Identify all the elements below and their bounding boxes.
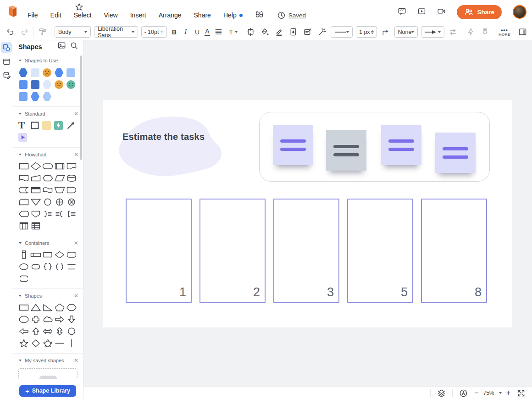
ellipse-container-shape-icon[interactable] — [18, 262, 30, 271]
shape-data-icon[interactable] — [302, 26, 313, 38]
rail-data-tab[interactable] — [1, 70, 12, 81]
right-triangle-shape-icon[interactable] — [42, 303, 54, 312]
estimate-card-8[interactable]: 8 — [421, 199, 487, 303]
fullscreen-icon[interactable] — [517, 389, 526, 398]
sticky-note[interactable] — [381, 125, 421, 165]
sticky-note[interactable] — [273, 125, 313, 165]
bold-button[interactable]: B — [170, 28, 178, 36]
canvas-title-text[interactable]: Estimate the tasks — [122, 132, 205, 142]
rail-shapes-tab[interactable] — [1, 42, 12, 53]
estimate-card-1[interactable]: 1 — [126, 199, 192, 303]
font-family-dropdown[interactable]: Liberation Sans — [94, 26, 138, 38]
shape-in-use-emoji-neutral[interactable] — [55, 80, 63, 89]
diamond-shape-icon[interactable] — [30, 338, 42, 348]
collapse-triangle-icon[interactable] — [19, 60, 22, 61]
redo-button[interactable] — [19, 26, 30, 38]
paper-tape-shape-icon[interactable] — [42, 185, 54, 194]
rounded-rectangle-shape-icon[interactable] — [30, 262, 42, 271]
estimate-card-3[interactable]: 3 — [273, 199, 339, 303]
database-shape-icon[interactable] — [66, 173, 78, 183]
horizontal-line-shape-icon[interactable] — [54, 338, 66, 348]
process-shape-icon[interactable] — [18, 161, 30, 171]
shape-in-use-square[interactable] — [19, 92, 28, 101]
polygon-shape-icon[interactable] — [42, 338, 54, 348]
internal-storage-shape-icon[interactable] — [30, 185, 42, 194]
lightning-bolt-shape-icon[interactable] — [54, 121, 66, 130]
display-shape-icon[interactable] — [18, 209, 30, 218]
star-shape-icon[interactable] — [18, 338, 30, 348]
manual-operation-shape-icon[interactable] — [54, 185, 66, 194]
shape-in-use-hexagon[interactable] — [43, 92, 51, 101]
rounded-rectangle-container-shape-icon[interactable] — [66, 250, 78, 259]
manual-input-shape-icon[interactable] — [30, 173, 42, 183]
cross-shape-icon[interactable] — [30, 315, 42, 324]
comments-icon[interactable] — [398, 7, 406, 17]
fill-color-icon[interactable] — [260, 26, 271, 38]
shape-in-use-hexagon[interactable] — [55, 68, 63, 77]
shapes-panel-scroll-area[interactable]: Shapes In Use — [13, 54, 83, 382]
collapse-triangle-icon[interactable] — [19, 113, 22, 115]
saved-shapes-dropzone[interactable] — [18, 368, 78, 379]
preparation-shape-icon[interactable] — [42, 173, 54, 183]
stored-data-shape-icon[interactable] — [18, 185, 30, 194]
annotation-right-brace-shape-icon[interactable] — [42, 209, 54, 218]
play-button-shape-icon[interactable] — [18, 133, 30, 142]
terminator-shape-icon[interactable] — [42, 161, 54, 171]
arrow-shape-icon[interactable] — [66, 121, 78, 130]
close-section-icon[interactable]: ✕ — [74, 240, 78, 246]
font-size-decrease[interactable]: - — [144, 29, 146, 35]
off-page-connector-shape-icon[interactable] — [30, 209, 42, 218]
diamond-container-shape-icon[interactable] — [54, 250, 66, 259]
merge-shape-icon[interactable] — [30, 197, 42, 206]
collapse-triangle-icon[interactable] — [19, 154, 22, 155]
rectangle-container-shape-icon[interactable] — [42, 250, 54, 259]
menu-view[interactable]: View — [104, 11, 118, 19]
delay-shape-icon[interactable] — [66, 185, 78, 194]
panel-scrollbar[interactable] — [80, 55, 82, 160]
magnetize-icon[interactable] — [480, 26, 491, 38]
estimate-card-5[interactable]: 5 — [347, 199, 413, 303]
arrow-up-shape-icon[interactable] — [30, 327, 42, 336]
search-icon[interactable] — [70, 41, 78, 52]
video-camera-icon[interactable] — [437, 7, 446, 17]
line-width-stepper[interactable]: 1 px — [356, 26, 377, 38]
flipped-document-shape-icon[interactable] — [18, 173, 30, 183]
find-shapes-binoculars-icon[interactable] — [255, 10, 265, 20]
magic-wand-icon[interactable] — [316, 26, 327, 38]
rectangle-shape-icon[interactable] — [18, 303, 30, 312]
sticky-note[interactable] — [435, 133, 476, 173]
line-color-icon[interactable] — [274, 26, 285, 38]
collapse-triangle-icon[interactable] — [19, 242, 22, 244]
italic-button[interactable]: I — [182, 28, 190, 36]
more-tools-button[interactable]: •••MORE — [499, 28, 510, 37]
swap-endpoints-icon[interactable] — [448, 26, 459, 38]
estimate-card-2[interactable]: 2 — [200, 199, 266, 303]
menu-help[interactable]: Help — [223, 11, 243, 19]
data-shape-icon[interactable] — [54, 173, 66, 183]
menu-file[interactable]: File — [28, 11, 38, 19]
or-shape-icon[interactable] — [54, 197, 66, 206]
connector-shape-icon[interactable] — [42, 197, 54, 206]
arrow-left-shape-icon[interactable] — [18, 327, 30, 336]
vertical-line-shape-icon[interactable] — [66, 338, 78, 348]
pentagon-shape-icon[interactable] — [54, 303, 66, 312]
line-start-dropdown[interactable]: None — [394, 26, 418, 38]
shape-in-use-hexagon[interactable] — [31, 92, 39, 101]
text-style-dropdown[interactable]: Body — [55, 26, 91, 38]
shape-library-button[interactable]: + Shape Library — [19, 385, 76, 397]
title-blob-shape[interactable] — [110, 113, 227, 181]
collapse-triangle-icon[interactable] — [19, 295, 22, 297]
sticky-note[interactable] — [326, 130, 366, 171]
predefined-process-shape-icon[interactable] — [54, 161, 66, 171]
underline-button[interactable]: U — [193, 28, 201, 36]
arrow-up-down-shape-icon[interactable] — [54, 327, 66, 336]
card-shape-icon[interactable] — [18, 197, 30, 206]
save-status[interactable]: Saved — [277, 11, 306, 20]
menu-arrange[interactable]: Arrange — [159, 11, 182, 19]
cloud-shape-icon[interactable] — [42, 315, 54, 324]
parentheses-shape-icon[interactable] — [54, 262, 66, 271]
line-end-dropdown[interactable] — [421, 26, 444, 38]
column-table-shape-icon[interactable] — [18, 221, 30, 230]
horizontal-lines-shape-icon[interactable] — [66, 262, 78, 271]
format-painter-icon[interactable] — [37, 26, 48, 38]
